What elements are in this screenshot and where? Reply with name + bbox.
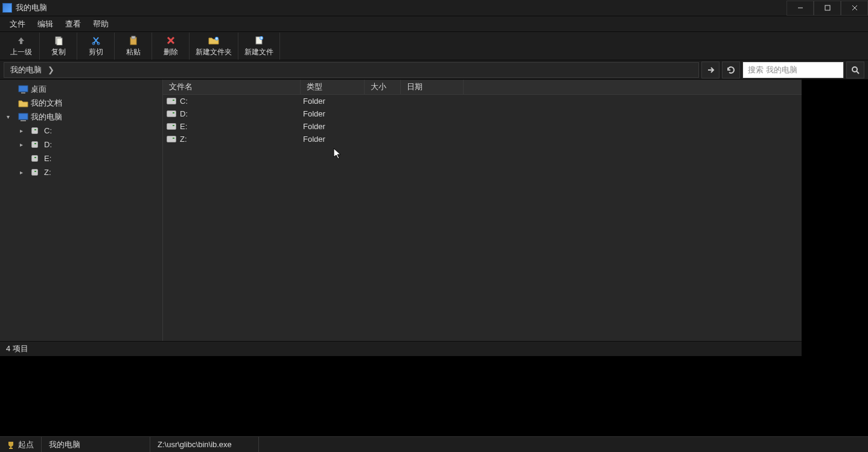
list-item[interactable]: Z: Folder: [163, 133, 802, 145]
go-button[interactable]: [701, 62, 720, 78]
toolbar-paste-label: 粘贴: [126, 47, 141, 57]
cell-type: Folder: [301, 122, 365, 131]
toolbar-cut-label: 剪切: [89, 47, 103, 57]
taskbar: 起点 我的电脑 Z:\usr\glibc\bin\ib.exe: [0, 436, 868, 452]
maximize-icon: [824, 4, 831, 11]
svg-rect-15: [19, 86, 28, 92]
menu-view[interactable]: 查看: [59, 17, 87, 31]
taskbar-item-1-label: 我的电脑: [49, 439, 80, 450]
menu-file[interactable]: 文件: [4, 17, 31, 31]
scissors-icon: [91, 35, 101, 46]
close-button[interactable]: [841, 1, 868, 16]
svg-rect-18: [21, 120, 26, 121]
column-header-name[interactable]: 文件名: [163, 80, 301, 94]
column-header-size[interactable]: 大小: [365, 80, 401, 94]
toolbar-new-file-button[interactable]: 新建文件: [238, 33, 280, 60]
expand-icon[interactable]: ▸: [18, 141, 24, 148]
computer-icon: [18, 113, 28, 121]
svg-line-14: [857, 71, 859, 74]
cell-name: D:: [180, 109, 188, 118]
tree-desktop[interactable]: 桌面: [0, 82, 162, 96]
tree-drive-e[interactable]: E:: [0, 151, 162, 165]
list-item[interactable]: D: Folder: [163, 107, 802, 120]
trophy-icon: [7, 441, 14, 449]
tree-drive-e-label: E:: [44, 154, 51, 163]
tree-mycomputer[interactable]: ▾ 我的电脑: [0, 110, 162, 124]
toolbar-copy-button[interactable]: 复制: [40, 33, 77, 60]
svg-rect-1: [825, 5, 830, 10]
start-label: 起点: [18, 439, 34, 450]
tree-drive-c-label: C:: [44, 126, 52, 135]
toolbar: 上一级 复制 剪切 粘贴 删除 新建文件夹 新建文件: [0, 32, 868, 60]
list-header: 文件名 类型 大小 日期: [163, 80, 802, 95]
tree-desktop-label: 桌面: [31, 84, 46, 95]
column-header-type[interactable]: 类型: [301, 80, 365, 94]
new-folder-icon: [208, 35, 219, 46]
list-rows[interactable]: C: Folder D: Folder E: Folder Z: Folder: [163, 95, 802, 341]
menu-edit[interactable]: 编辑: [31, 17, 59, 31]
app-icon: [2, 3, 12, 13]
titlebar: 我的电脑: [0, 0, 868, 16]
toolbar-new-folder-button[interactable]: 新建文件夹: [190, 33, 238, 60]
drive-icon: [31, 168, 42, 177]
drive-icon: [167, 136, 176, 142]
list-item[interactable]: C: Folder: [163, 95, 802, 107]
new-file-icon: [254, 35, 264, 46]
minimize-icon: [797, 4, 804, 11]
expand-icon[interactable]: ▸: [18, 169, 24, 176]
cell-name: C:: [180, 97, 188, 106]
arrow-up-icon: [16, 35, 27, 46]
status-bar: 4 项目: [0, 342, 802, 356]
drive-icon: [31, 154, 42, 163]
delete-icon: [165, 35, 176, 46]
minimize-button[interactable]: [787, 1, 814, 16]
drive-icon: [31, 141, 42, 149]
list-item[interactable]: E: Folder: [163, 120, 802, 133]
cell-type: Folder: [301, 135, 365, 144]
drive-icon: [167, 123, 176, 130]
search-button[interactable]: [846, 62, 864, 78]
status-text: 4 项目: [6, 343, 28, 354]
toolbar-cut-button[interactable]: 剪切: [77, 33, 115, 60]
tree-drive-d[interactable]: ▸ D:: [0, 138, 162, 151]
copy-icon: [53, 35, 64, 46]
collapse-icon[interactable]: ▾: [5, 113, 11, 120]
column-header-date[interactable]: 日期: [401, 80, 464, 94]
toolbar-new-folder-label: 新建文件夹: [196, 47, 232, 57]
breadcrumb-crumb[interactable]: 我的电脑: [8, 65, 44, 75]
desktop-icon: [18, 85, 28, 94]
refresh-button[interactable]: [722, 62, 740, 78]
arrow-right-icon: [706, 65, 715, 75]
svg-rect-16: [21, 92, 25, 94]
svg-rect-19: [10, 446, 11, 448]
maximize-button[interactable]: [814, 1, 841, 16]
svg-rect-9: [132, 36, 135, 39]
cell-name: Z:: [180, 135, 187, 144]
window-title: 我的电脑: [16, 2, 47, 13]
tree-drive-c[interactable]: ▸ C:: [0, 124, 162, 138]
toolbar-up-button[interactable]: 上一级: [2, 33, 40, 60]
menu-help[interactable]: 帮助: [87, 17, 115, 31]
chevron-right-icon[interactable]: ❯: [44, 65, 58, 74]
expand-icon[interactable]: ▸: [18, 127, 24, 134]
toolbar-delete-button[interactable]: 删除: [152, 33, 190, 60]
toolbar-paste-button[interactable]: 粘贴: [115, 33, 152, 60]
tree-drive-z[interactable]: ▸ Z:: [0, 165, 162, 179]
tree-panel: 桌面 我的文档 ▾ 我的电脑 ▸ C: ▸ D:: [0, 80, 163, 341]
taskbar-item-1[interactable]: 我的电脑: [42, 437, 150, 452]
start-button[interactable]: 起点: [0, 437, 42, 452]
file-list-panel: 文件名 类型 大小 日期 C: Folder D: Folder E: Fold…: [163, 80, 802, 341]
breadcrumb[interactable]: 我的电脑 ❯: [4, 62, 699, 78]
tree-documents[interactable]: 我的文档: [0, 96, 162, 110]
tree-documents-label: 我的文档: [31, 98, 62, 109]
taskbar-item-2[interactable]: Z:\usr\glibc\bin\ib.exe: [150, 437, 259, 452]
toolbar-delete-label: 删除: [164, 47, 178, 57]
search-input[interactable]: [742, 62, 844, 78]
svg-rect-20: [9, 448, 13, 449]
svg-point-13: [852, 67, 857, 72]
close-icon: [851, 4, 858, 11]
folder-icon: [18, 99, 28, 107]
drive-icon: [31, 127, 42, 135]
drive-icon: [167, 98, 176, 104]
menubar: 文件 编辑 查看 帮助: [0, 16, 868, 32]
